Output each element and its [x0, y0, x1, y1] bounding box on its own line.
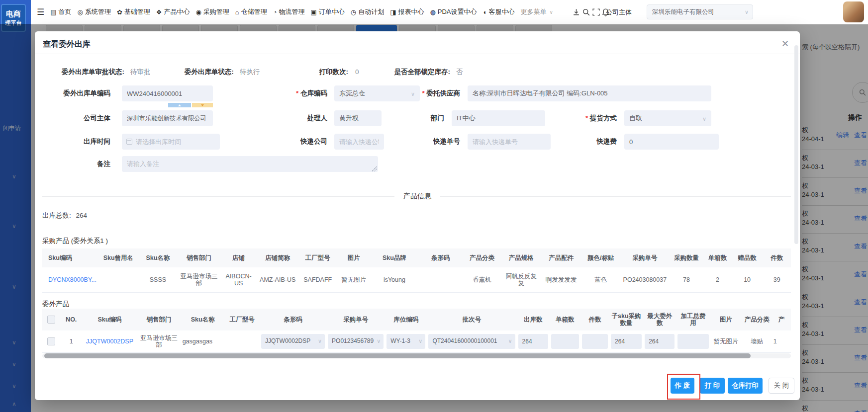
chevron-down-icon: [418, 338, 422, 345]
location-select[interactable]: WY-1-3: [386, 334, 425, 349]
close-icon[interactable]: [781, 38, 789, 49]
tracking-number-label: 快递单号: [418, 134, 460, 150]
modal-vertical-scrollbar-thumb[interactable]: [794, 45, 798, 244]
tracking-number-input[interactable]: [468, 134, 551, 150]
col-no: NO.: [60, 316, 82, 323]
row-no: 1: [60, 338, 82, 345]
out-time-input[interactable]: [122, 134, 220, 150]
modal-title: 查看委外出库: [43, 39, 91, 50]
col-barcode: 条形码: [260, 316, 326, 323]
nav-item[interactable]: ◉ 采购管理: [195, 7, 229, 16]
warehouse-code-select[interactable]: 东莞总仓: [334, 85, 420, 101]
company-entity-input[interactable]: 深圳市乐能创新技术有限公司: [122, 110, 213, 126]
nav-item[interactable]: ◍ PDA设置中心: [430, 7, 477, 16]
table-horizontal-scrollbar-thumb[interactable]: [44, 353, 751, 358]
warehouse-code-label: 仓库编码: [269, 85, 327, 101]
col-spec: 产品规格: [501, 254, 541, 261]
nav-item-label: PDA设置中心: [438, 7, 477, 16]
courier-fee-input[interactable]: [624, 134, 719, 150]
warehouse-print-button[interactable]: 仓库打印: [728, 378, 763, 394]
download-icon[interactable]: [572, 8, 580, 16]
nav-item[interactable]: ◷ 自动计划: [351, 7, 384, 16]
nav-item[interactable]: ◨ 报表中心: [390, 7, 424, 16]
company-entity-select[interactable]: 深圳乐能电子有限公司: [647, 4, 753, 19]
select-all-checkbox[interactable]: [47, 316, 55, 324]
company-entity-label: 公司主体: [606, 8, 632, 17]
nav-item[interactable]: ▤ 首页: [50, 7, 71, 16]
print-count-value: 0: [355, 67, 359, 77]
col-sku-code: Sku编码: [42, 254, 98, 261]
department-input[interactable]: IT中心: [452, 110, 545, 126]
company-entity-value: 深圳乐能电子有限公司: [652, 8, 714, 16]
row-checkbox[interactable]: [47, 337, 55, 345]
max-outsource-input[interactable]: [645, 334, 675, 349]
fullscreen-icon[interactable]: [592, 8, 600, 16]
nav-item-label: 客服中心: [488, 7, 514, 16]
col-truncated: 产: [772, 316, 791, 323]
void-button[interactable]: 作 废: [671, 378, 694, 394]
lock-stock-label: 是否全部锁定库存:: [378, 67, 450, 77]
col-sku-name: Sku名称: [181, 316, 225, 323]
calendar-icon: [126, 139, 132, 145]
hamburger-menu-icon[interactable]: ☰: [37, 7, 44, 17]
logo-text-1: 电商: [6, 9, 21, 19]
remark-textarea[interactable]: [122, 156, 378, 172]
nav-item-label: 产品中心: [164, 7, 190, 16]
per-box-input[interactable]: [551, 334, 579, 349]
nav-item-icon: ◉: [195, 8, 201, 16]
sku-code-link[interactable]: DYCNX8000BY...: [42, 276, 98, 283]
top-navigation-bar: ☰ ▤ 首页 ◎ 系统管理 ✿ 基础管理 ❖: [31, 0, 868, 24]
piece-qty-input[interactable]: [582, 334, 608, 349]
courier-input[interactable]: [334, 134, 384, 150]
col-shop: 店铺: [220, 254, 257, 261]
col-accessory: 产品配件: [541, 254, 581, 261]
search-icon[interactable]: [582, 8, 590, 16]
nav-item-label: 仓储管理: [241, 7, 267, 16]
courier-fee-label: 快递费: [577, 134, 617, 150]
nav-item[interactable]: ❖ 产品中心: [156, 7, 190, 16]
out-time-label: 出库时间: [45, 134, 110, 150]
nav-item[interactable]: ◔ 物流管理: [273, 7, 305, 16]
find-widget-down[interactable]: [192, 103, 213, 107]
col-image: 图片: [337, 254, 371, 261]
textarea-resize-handle[interactable]: [372, 166, 377, 171]
nav-item-label: 系统管理: [85, 7, 111, 16]
triangle-down-icon: [201, 104, 204, 106]
col-sku-name: Sku名称: [138, 254, 178, 261]
outbound-code-input[interactable]: [122, 85, 213, 101]
user-avatar[interactable]: [843, 1, 864, 22]
nav-item[interactable]: ✿ 基础管理: [117, 7, 150, 16]
close-button[interactable]: 关 闭: [769, 378, 794, 394]
col-factory-model: 工厂型号: [225, 316, 260, 323]
find-widget-up[interactable]: [168, 103, 191, 107]
pickup-method-select[interactable]: 自取: [624, 110, 711, 126]
col-color-label: 颜色/标贴: [581, 254, 621, 261]
sub-sku-qty-input[interactable]: [611, 334, 642, 349]
nav-item[interactable]: ◎ 系统管理: [78, 7, 111, 16]
table-horizontal-scrollbar-track[interactable]: [42, 353, 791, 358]
outbound-qty-input[interactable]: [518, 334, 548, 349]
total-outbound-label: 出库总数:: [42, 212, 71, 219]
nav-item[interactable]: ▣ 订单中心: [311, 7, 345, 16]
process-fee-input[interactable]: [677, 334, 708, 349]
nav-item-label: 采购管理: [203, 7, 229, 16]
barcode-select[interactable]: JJQTW0002DSP: [261, 334, 325, 349]
chevron-down-icon: [377, 338, 381, 345]
handler-input[interactable]: 黄升权: [334, 110, 382, 126]
col-barcode: 条形码: [418, 254, 463, 261]
po-number-select[interactable]: PO0123456789: [328, 334, 384, 349]
sku-code-link[interactable]: JJQTW0002DSP: [82, 338, 137, 345]
no-image-text: 暂无图片: [710, 338, 742, 345]
supplier-input[interactable]: 名称:深圳市日晖达电子有限公司 编码:GLN-005: [468, 85, 711, 101]
nav-item[interactable]: ⌂ 仓储管理: [235, 7, 267, 16]
nav-item-more-menu[interactable]: 更多菜单 ∨: [520, 7, 553, 16]
chevron-down-icon: ∨: [549, 9, 553, 15]
chevron-down-icon: [318, 338, 322, 345]
col-piece-qty: 件数: [763, 254, 791, 261]
total-outbound-value: 264: [76, 212, 88, 219]
print-button[interactable]: 打 印: [700, 378, 725, 394]
nav-item-icon: ◖: [483, 8, 487, 16]
batch-select[interactable]: QT24041600000100001: [428, 334, 515, 349]
nav-item[interactable]: ◖ 客服中心: [483, 7, 515, 16]
print-count-label: 打印数次:: [303, 67, 348, 77]
